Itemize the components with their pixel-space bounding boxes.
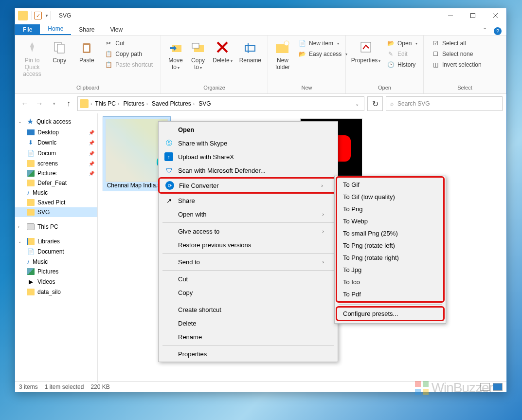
cm-share[interactable]: ↗Share (159, 194, 338, 207)
cm-towebp[interactable]: To Webp (337, 215, 443, 227)
newitem-button[interactable]: 📄New item▾ (296, 38, 349, 48)
copypath-button[interactable]: 📋Copy path (103, 49, 155, 59)
submenu-arrow-icon: › (303, 259, 324, 265)
maximize-button[interactable] (462, 8, 484, 23)
cm-giveaccess[interactable]: Give access to› (159, 224, 338, 238)
cut-button[interactable]: ✂Cut (103, 38, 155, 48)
cm-copy[interactable]: Copy (159, 286, 338, 299)
icons-view-button[interactable] (493, 383, 503, 391)
paste-shortcut-button[interactable]: 📋Paste shortcut (103, 60, 155, 70)
nav-forward-button[interactable]: → (34, 98, 45, 110)
sidebar-item-thispc[interactable]: ›This PC (15, 222, 97, 232)
navigation-sidebar[interactable]: ⌄★Quick access Desktop📌 ⬇Downlc📌 📄Docum📌… (15, 113, 98, 383)
cm-sendto[interactable]: Send to› (159, 255, 338, 269)
cm-toico[interactable]: To Ico (337, 276, 443, 288)
sidebar-item-desktop[interactable]: Desktop📌 (15, 128, 97, 137)
folder-sysicon[interactable] (18, 11, 28, 20)
cm-cut[interactable]: Cut (159, 272, 338, 286)
sidebar-item-defer[interactable]: Defer_Feat (15, 178, 97, 188)
properties-button[interactable]: Properties▾ (350, 37, 382, 66)
sidebar-item-quickaccess[interactable]: ⌄★Quick access (15, 115, 97, 128)
cm-shortcut[interactable]: Create shortcut (159, 303, 338, 316)
cm-openwith[interactable]: Open with› (159, 207, 338, 221)
sidebar-item-documents[interactable]: 📄Docum📌 (15, 148, 97, 159)
cm-fileconverter[interactable]: ⟳File Converter› (158, 177, 338, 194)
history-button[interactable]: 🕑History (385, 60, 419, 70)
edit-button[interactable]: ✎Edit (385, 49, 419, 59)
collapse-icon[interactable]: ⌄ (18, 239, 24, 244)
chevron-right-icon[interactable]: › (90, 101, 92, 107)
cm-tojpg[interactable]: To Jpg (337, 264, 443, 276)
sidebar-item-libraries[interactable]: ⌄Libraries (15, 237, 97, 246)
tab-share[interactable]: Share (71, 24, 102, 35)
cm-delete[interactable]: Delete (159, 316, 338, 330)
sidebar-item-lib-music[interactable]: ♪Music (15, 257, 97, 267)
pin-quickaccess-button[interactable]: Pin to Quick access (19, 37, 45, 79)
selectnone-button[interactable]: ☐Select none (430, 49, 484, 59)
sidebar-item-svg[interactable]: SVG (15, 207, 97, 217)
breadcrumb-segment[interactable]: This PC› (94, 100, 120, 107)
copy-button[interactable]: Copy (46, 37, 72, 66)
easyaccess-button[interactable]: 📂Easy access▾ (296, 49, 349, 59)
sidebar-item-downloads[interactable]: ⬇Downlc📌 (15, 137, 97, 148)
separator (339, 304, 442, 305)
search-input[interactable]: ⌕ Search SVG (386, 96, 503, 111)
sidebar-item-lib-data[interactable]: data_silo (15, 287, 97, 297)
selectall-button[interactable]: ☑Select all (430, 38, 484, 48)
copyto-button[interactable]: Copy to▾ (187, 37, 209, 73)
newfolder-button[interactable]: New folder (272, 37, 293, 73)
videos-icon: ▶ (27, 278, 35, 286)
delete-button[interactable]: Delete▾ (210, 37, 235, 66)
rename-button[interactable]: Rename (236, 37, 264, 66)
cm-sharex[interactable]: ↑Upload with ShareX (159, 150, 338, 164)
tab-home[interactable]: Home (40, 23, 71, 35)
tab-view[interactable]: View (102, 24, 130, 35)
help-icon[interactable]: ? (494, 27, 502, 35)
cm-topdf[interactable]: To Pdf (337, 288, 443, 300)
paste-button[interactable]: Paste (73, 37, 100, 66)
qat-dropdown-icon[interactable]: ▼ (45, 14, 49, 18)
sidebar-item-savedpict[interactable]: Saved Pict (15, 198, 97, 207)
close-button[interactable] (484, 8, 506, 23)
nav-recent-dropdown[interactable]: ▾ (48, 98, 60, 110)
sidebar-item-pictures[interactable]: Picture:📌 (15, 168, 97, 178)
cm-configurepresets[interactable]: Configure presets... (336, 306, 445, 321)
sidebar-item-lib-pictures[interactable]: Pictures (15, 267, 97, 276)
ribbon-tabs: File Home Share View ⌃ ? (15, 23, 506, 36)
cm-rename[interactable]: Rename (159, 330, 338, 344)
cm-open[interactable]: Open (159, 123, 338, 136)
cm-togif[interactable]: To Gif (337, 179, 443, 191)
breadcrumb-segment[interactable]: SVG (198, 100, 212, 107)
breadcrumb[interactable]: › This PC› Pictures› Saved Pictures› SVG… (77, 96, 364, 111)
cm-skype[interactable]: ⓈShare with Skype (159, 136, 338, 150)
collapse-icon[interactable]: ⌄ (18, 119, 24, 124)
divider (51, 11, 51, 20)
sidebar-item-screens[interactable]: screens📌 (15, 159, 97, 168)
properties-qat-icon[interactable]: ✓ (34, 12, 42, 19)
cm-defender[interactable]: 🛡Scan with Microsoft Defender... (159, 164, 338, 177)
cm-tosmallpng[interactable]: To small Png (25%) (337, 227, 443, 239)
minimize-button[interactable] (439, 8, 462, 23)
cm-topng[interactable]: To Png (337, 203, 443, 215)
cm-restore[interactable]: Restore previous versions (159, 238, 338, 252)
cm-topngrotleft[interactable]: To Png (rotate left) (337, 239, 443, 252)
cm-properties[interactable]: Properties (159, 347, 338, 361)
breadcrumb-segment[interactable]: Saved Pictures› (151, 100, 196, 107)
sidebar-item-lib-videos[interactable]: ▶Videos (15, 276, 97, 287)
moveto-button[interactable]: Move to▾ (165, 37, 186, 73)
libraries-icon (27, 238, 35, 245)
breadcrumb-segment[interactable]: Pictures› (122, 100, 149, 107)
expand-icon[interactable]: › (18, 224, 24, 229)
nav-back-button[interactable]: ← (19, 98, 31, 110)
sidebar-item-lib-documents[interactable]: 📄Document (15, 246, 97, 257)
cm-topngrotright[interactable]: To Png (rotate right) (337, 252, 443, 264)
sidebar-item-music[interactable]: ♪Music (15, 188, 97, 198)
collapse-ribbon-icon[interactable]: ⌃ (478, 25, 492, 35)
cm-togiflow[interactable]: To Gif (low quality) (337, 191, 443, 203)
open-button[interactable]: 📂Open▾ (385, 38, 419, 48)
invertselection-button[interactable]: ◫Invert selection (430, 60, 484, 70)
refresh-button[interactable]: ↻ (367, 96, 383, 111)
breadcrumb-dropdown-icon[interactable]: ⌄ (352, 101, 362, 107)
tab-file[interactable]: File (15, 24, 40, 35)
nav-up-button[interactable]: ↑ (63, 98, 74, 110)
